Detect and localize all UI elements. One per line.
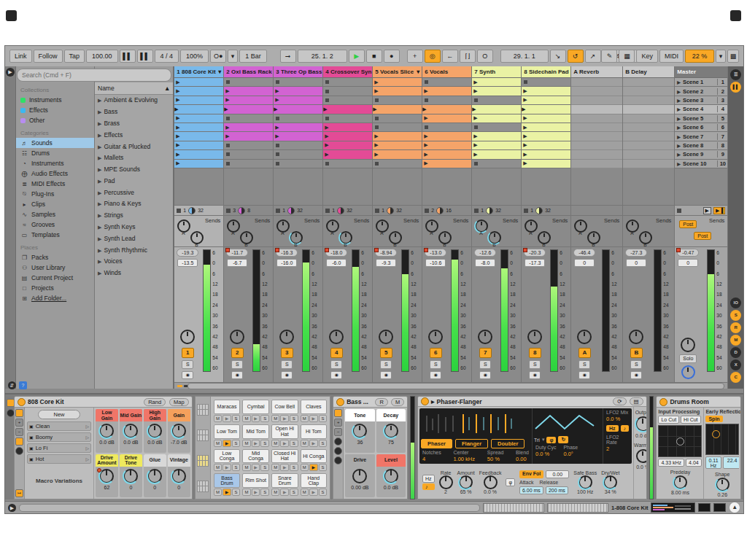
clip-slot[interactable]: ▶	[472, 105, 521, 114]
phase-param[interactable]: Phase0.0°	[563, 445, 578, 457]
return-slot[interactable]	[623, 160, 674, 168]
peak-level-field[interactable]: -11.7	[226, 249, 248, 257]
clip-slot[interactable]: ▶	[373, 141, 422, 150]
drum-pad-hand-clap[interactable]: Hand ClapM▶S	[301, 473, 328, 496]
pad-play-button[interactable]: ▶	[252, 489, 260, 496]
pad-mute-button[interactable]: M	[271, 489, 280, 496]
track-header[interactable]: 7 Synth	[472, 66, 521, 78]
return-slot[interactable]	[571, 160, 622, 168]
clip-slot[interactable]: ▶	[174, 105, 223, 114]
track-activator-button[interactable]: 6	[430, 348, 442, 358]
variation-row[interactable]: ▣Boomy▷	[27, 432, 91, 442]
browser-item[interactable]: ▶Effects	[95, 129, 173, 141]
pad-mute-button[interactable]: M	[242, 440, 251, 447]
variation-launch-icon[interactable]: ▷	[85, 456, 89, 462]
drum-pad-mid-tom[interactable]: Mid TomM▶S	[242, 424, 269, 447]
rack-plus-button[interactable]: +	[334, 419, 342, 427]
return-slot[interactable]	[623, 150, 674, 159]
empty-clip-slot[interactable]	[274, 78, 322, 87]
clip-slot[interactable]: ▶	[174, 150, 223, 159]
return-header[interactable]: B Delay	[623, 66, 674, 78]
pad-solo-button[interactable]: S	[290, 440, 298, 447]
pad-play-button[interactable]: ▶	[222, 464, 231, 471]
mixer-toggle-m[interactable]: M	[730, 335, 741, 346]
scroll-up-icon[interactable]: ▲	[729, 502, 740, 513]
browser-item[interactable]: ▶Ambient & Evolving	[95, 95, 173, 106]
empty-clip-slot[interactable]	[224, 150, 273, 159]
stop-clip-button[interactable]	[276, 209, 280, 213]
empty-clip-slot[interactable]	[323, 114, 372, 123]
volume-field[interactable]: -13.5	[177, 259, 198, 267]
metronome-button[interactable]: O●	[210, 50, 226, 63]
device-on-toggle[interactable]	[421, 397, 429, 405]
variation-row[interactable]: ▣Lo Fi▷	[27, 443, 91, 453]
track-activator-button[interactable]: 5	[380, 348, 392, 358]
clip-slot[interactable]: ▶	[323, 132, 372, 141]
category-item-grooves[interactable]: ≈Grooves	[16, 219, 94, 230]
device-strip-icon2[interactable]	[7, 409, 15, 417]
pad-play-button[interactable]: ▶	[222, 415, 231, 422]
re-enable-automation-button[interactable]: ←	[442, 50, 458, 63]
rack-devices-toggle[interactable]	[334, 456, 342, 464]
clip-slot[interactable]: ▶	[373, 87, 422, 96]
browser-item[interactable]: ▶Brass	[95, 118, 173, 130]
peak-level-field[interactable]: -16.3	[276, 249, 298, 257]
return-slot[interactable]	[571, 87, 622, 96]
clip-slot[interactable]: ▶	[522, 141, 570, 150]
hi-cut-button[interactable]: Hi Cut	[681, 416, 700, 424]
clip-slot[interactable]: ▶	[422, 132, 471, 141]
return-slot[interactable]	[571, 150, 622, 159]
status-toggle-icon[interactable]: ⇵	[8, 381, 16, 389]
empty-clip-slot[interactable]	[323, 78, 372, 87]
category-item-samples[interactable]: ∿Samples	[16, 209, 94, 219]
macro-knob[interactable]	[171, 424, 186, 438]
pad-mute-button[interactable]: M	[271, 440, 280, 447]
cue-volume-knob[interactable]	[681, 365, 695, 379]
macro-knob[interactable]	[123, 469, 138, 483]
pan-knob[interactable]	[478, 330, 492, 344]
amount-knob-group[interactable]: Amount 65 %	[457, 470, 475, 494]
macro-knob[interactable]	[352, 424, 367, 438]
clip-slot[interactable]: ▶	[522, 160, 570, 168]
empty-clip-slot[interactable]	[472, 123, 521, 132]
automation-arm-button[interactable]: ◎	[425, 50, 441, 63]
lfo-wave-display[interactable]	[534, 410, 598, 435]
rack-minus-button[interactable]: −	[334, 428, 342, 436]
session-horizontal-scrollbar[interactable]	[187, 383, 724, 389]
phaser-param-blend[interactable]: Blend0.00	[516, 450, 529, 462]
clip-slot[interactable]: ▶	[373, 78, 422, 87]
pan-knob[interactable]	[681, 338, 695, 352]
status-collapse-icon[interactable]: ▶	[8, 504, 16, 512]
clip-slot[interactable]: ▶	[472, 114, 521, 123]
rack-plus-button[interactable]: +	[15, 419, 23, 427]
pad-mute-button[interactable]: M	[301, 464, 309, 471]
play-button[interactable]: ▶	[349, 50, 365, 63]
punch-in-button[interactable]: ↘	[550, 50, 566, 63]
return-activator-button[interactable]: B	[630, 348, 643, 358]
empty-clip-slot[interactable]	[274, 114, 322, 123]
pad-mute-button[interactable]: M	[214, 440, 222, 447]
pad-play-button[interactable]: ▶	[280, 440, 289, 447]
volume-field[interactable]: -9.3	[376, 259, 396, 267]
return-header[interactable]: A Reverb	[571, 66, 622, 78]
clip-slot[interactable]: ▶	[274, 105, 322, 114]
rand-button[interactable]: Rand	[144, 398, 166, 406]
env-amount-field[interactable]: 0.00	[546, 470, 569, 478]
follow-playhead-icon[interactable]: ➞	[280, 50, 296, 63]
pad-mute-button[interactable]: M	[214, 415, 222, 422]
pad-play-button[interactable]: ▶	[280, 489, 289, 496]
pad-mute-button[interactable]: M	[242, 464, 251, 471]
clip-slot[interactable]: ▶	[472, 150, 521, 159]
clip-slot[interactable]: ▶	[323, 141, 372, 150]
shape-knob-group[interactable]: Shape 0.26	[705, 472, 739, 497]
track-header[interactable]: 2 Oxi Bass Rack	[224, 66, 273, 78]
empty-clip-slot[interactable]	[323, 160, 372, 168]
return-slot[interactable]	[623, 87, 674, 96]
mode-flanger[interactable]: Flanger	[455, 439, 488, 448]
empty-clip-slot[interactable]	[323, 96, 372, 105]
empty-clip-slot[interactable]	[224, 114, 273, 123]
rate-sync-toggle[interactable]: ♪	[422, 483, 435, 490]
search-input[interactable]: Search (Cmd + F)	[17, 69, 171, 82]
variation-row[interactable]: ▣Hot▷	[27, 454, 91, 464]
clip-slot[interactable]: ▶	[174, 96, 223, 105]
